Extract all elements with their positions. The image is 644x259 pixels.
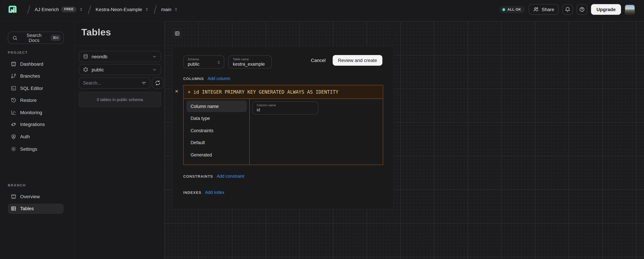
org-selector[interactable]: AJ Emerich FREE [35, 6, 84, 12]
branch-nav: Overview Tables [8, 191, 64, 216]
top-bar: AJ Emerich FREE Kestra-Neon-Example main… [0, 0, 644, 21]
tables-search-row [79, 77, 161, 89]
sidebar-item-auth[interactable]: Auth [8, 132, 64, 142]
branches-icon [10, 73, 16, 79]
tab-default[interactable]: Default [186, 137, 247, 148]
sidebar-item-sql-editor[interactable]: SQL Editor [8, 83, 64, 93]
org-name: AJ Emerich [35, 7, 59, 12]
add-index-link[interactable]: Add index [205, 190, 224, 195]
column-editor-content: Column name id [250, 99, 383, 165]
tab-generated[interactable]: Generated [186, 149, 247, 160]
schema-field[interactable]: Schema public [183, 55, 224, 68]
project-selector[interactable]: Kestra-Neon-Example [96, 6, 149, 12]
filter-icon[interactable] [141, 80, 147, 86]
tab-data-type[interactable]: Data type [186, 112, 247, 124]
status-badge[interactable]: ALL OK [500, 6, 525, 13]
sidebar-item-integrations[interactable]: Integrations [8, 119, 64, 130]
share-button[interactable]: Share [528, 4, 559, 15]
users-share-icon [533, 6, 539, 12]
chevron-down-icon [152, 67, 157, 72]
column-name-input-value: id [256, 107, 318, 113]
cancel-button[interactable]: Cancel [311, 58, 326, 63]
tables-search-box [79, 77, 150, 89]
table-name-field[interactable]: Table name kestra_example [228, 55, 272, 68]
bell-icon [565, 6, 570, 12]
tables-search-input[interactable] [83, 80, 141, 85]
collapse-panel-button[interactable] [172, 28, 182, 38]
plan-badge: FREE [61, 6, 76, 12]
constraints-section-header: CONSTRAINTS Add constraint [183, 174, 244, 179]
card-actions: Cancel Review and create [311, 55, 382, 66]
panel-collapse-icon [174, 30, 180, 36]
section-label-branch: BRANCH [8, 183, 26, 187]
share-label: Share [542, 7, 554, 12]
selector-updown-icon [79, 6, 84, 12]
selector-updown-icon [216, 59, 221, 65]
branch-name: main [161, 7, 171, 12]
breadcrumb-separator [27, 5, 30, 14]
database-name: neondb [92, 54, 108, 59]
neon-console: AJ Emerich FREE Kestra-Neon-Example main… [0, 0, 644, 259]
sidebar-item-settings[interactable]: Settings [8, 144, 64, 154]
refresh-icon [155, 80, 160, 86]
column-editor-tabs: Column name Data type Constraints Defaul… [184, 99, 250, 165]
sidebar-item-dashboard[interactable]: Dashboard [8, 59, 64, 69]
search-docs-button[interactable]: Search Docs ⌘K [8, 32, 64, 44]
column-name-input-label: Column name [256, 103, 318, 107]
project-name: Kestra-Neon-Example [96, 7, 142, 12]
overview-icon [10, 194, 16, 199]
tab-constraints[interactable]: Constraints [186, 125, 247, 136]
sidebar-item-tables[interactable]: Tables [8, 203, 64, 214]
database-select[interactable]: neondb [79, 51, 161, 62]
database-icon [83, 54, 88, 59]
add-column-link[interactable]: Add column [208, 76, 230, 81]
sidebar-item-branches[interactable]: Branches [8, 71, 64, 81]
tab-column-name[interactable]: Column name [186, 100, 247, 112]
sidebar-item-label: Dashboard [20, 61, 43, 66]
selector-updown-icon [144, 6, 149, 12]
page-title: Tables [82, 27, 164, 38]
schema-icon [83, 67, 88, 72]
sidebar-item-label: Auth [20, 134, 30, 139]
notifications-button[interactable] [562, 4, 573, 15]
monitoring-icon [10, 110, 16, 115]
add-constraint-link[interactable]: Add constraint [217, 174, 244, 179]
sidebar-item-label: Tables [20, 206, 34, 211]
columns-section-label: COLUMNS [183, 77, 204, 81]
schema-select[interactable]: public [79, 64, 161, 75]
search-docs-label: Search Docs [21, 33, 47, 43]
dashboard-icon [10, 61, 16, 67]
column-ddl-preview: + id INTEGER PRIMARY KEY GENERATED ALWAY… [184, 85, 383, 99]
indexes-section-label: INDEXES [183, 191, 201, 195]
review-and-create-button[interactable]: Review and create [332, 55, 382, 66]
sidebar-item-overview[interactable]: Overview [8, 191, 64, 202]
section-label-project: PROJECT [8, 50, 28, 54]
indexes-section-header: INDEXES Add index [183, 190, 224, 195]
sidebar-item-restore[interactable]: Restore [8, 95, 64, 105]
sidebar-item-label: Integrations [20, 122, 45, 127]
project-nav: Dashboard Branches SQL Editor Restore [8, 59, 64, 156]
selector-updown-icon [174, 6, 178, 12]
sidebar-item-monitoring[interactable]: Monitoring [8, 107, 64, 118]
upgrade-button[interactable]: Upgrade [591, 4, 621, 15]
schema-name: public [92, 67, 104, 72]
sidebar-item-label: SQL Editor [20, 86, 43, 91]
branch-selector[interactable]: main [161, 6, 178, 12]
sidebar: Search Docs ⌘K PROJECT Dashboard Branche… [0, 21, 75, 259]
remove-column-button[interactable]: × [173, 87, 180, 95]
breadcrumb-separator [154, 5, 156, 14]
neon-logo-icon[interactable] [8, 5, 17, 14]
status-dot-icon [502, 8, 505, 11]
help-button[interactable] [577, 4, 588, 15]
avatar[interactable] [624, 4, 635, 15]
main-canvas: Schema public Table name kestra_example … [164, 21, 644, 259]
refresh-tables-button[interactable] [152, 77, 164, 89]
search-shortcut: ⌘K [50, 34, 61, 41]
auth-icon [10, 134, 16, 140]
column-name-input[interactable]: Column name id [252, 101, 318, 114]
tables-panel-header: Tables [75, 21, 164, 46]
restore-icon [10, 97, 16, 103]
integrations-icon [10, 122, 16, 127]
tables-panel-controls: neondb public [75, 46, 164, 107]
column-editor-body: Column name Data type Constraints Defaul… [184, 99, 383, 165]
